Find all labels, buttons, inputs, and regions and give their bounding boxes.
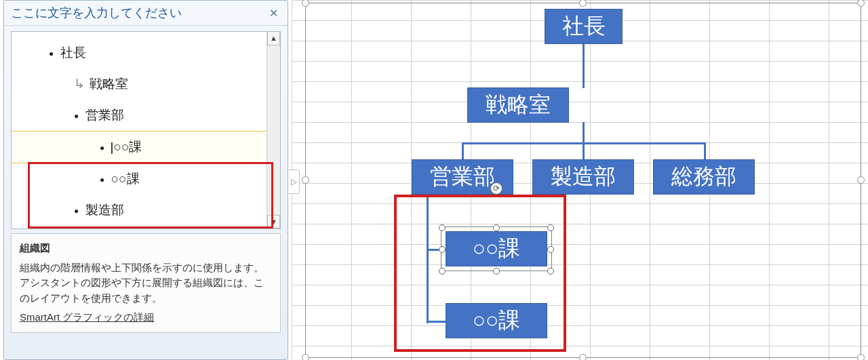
connector (583, 122, 585, 142)
scroll-up-icon[interactable]: ▲ (267, 32, 280, 45)
shape-handle[interactable] (547, 246, 554, 253)
shape-handle[interactable] (547, 268, 554, 275)
frame-handle[interactable] (302, 0, 309, 7)
outline-item-section2[interactable]: ○○課 (12, 163, 280, 195)
frame-handle[interactable] (302, 176, 309, 184)
node-strategy[interactable]: 戦略室 (467, 87, 569, 123)
text-pane-title: ここに文字を入力してください (11, 5, 182, 21)
connector (427, 195, 429, 323)
smartart-text-pane: ここに文字を入力してください ✕ 社長 戦略室 営業部 ○○課 ○○課 製造部 … (3, 0, 288, 360)
outline-item-mfg[interactable]: 製造部 (12, 195, 280, 226)
outline-item-section1[interactable]: ○○課 (12, 131, 280, 163)
shape-handle[interactable] (439, 246, 446, 253)
frame-handle[interactable] (579, 0, 587, 7)
connector (704, 142, 706, 159)
connector (427, 321, 446, 323)
description-panel: 組織図 組織内の階層情報や上下関係を示すのに使用します。アシスタントの図形や下方… (11, 233, 281, 333)
outline-item-president[interactable]: 社長 (12, 37, 280, 68)
outline-list[interactable]: 社長 戦略室 営業部 ○○課 ○○課 製造部 ▲ ▼ (11, 31, 281, 229)
frame-handle[interactable] (302, 354, 309, 360)
smartart-details-link[interactable]: SmartArt グラフィックの詳細 (20, 310, 154, 325)
node-section2[interactable]: ○○課 (446, 303, 547, 338)
frame-handle[interactable] (857, 354, 865, 360)
scrollbar[interactable]: ▲ ▼ (267, 32, 280, 228)
connector (583, 142, 585, 159)
connector (583, 44, 585, 88)
node-president[interactable]: 社長 (545, 9, 623, 44)
rotate-handle-icon[interactable]: ⟳ (490, 182, 502, 195)
node-mfg[interactable]: 製造部 (532, 159, 634, 195)
shape-handle[interactable] (547, 224, 554, 231)
outline-item-sales[interactable]: 営業部 (12, 100, 280, 131)
frame-handle[interactable] (579, 354, 587, 360)
scroll-down-icon[interactable]: ▼ (267, 215, 280, 228)
frame-handle[interactable] (857, 176, 865, 184)
description-body: 組織内の階層情報や上下関係を示すのに使用します。アシスタントの図形や下方に展開す… (20, 260, 272, 306)
connector (462, 142, 464, 159)
smartart-canvas[interactable]: 社長 戦略室 営業部 製造部 総務部 ○○課 ⟳ ○○課 (305, 3, 861, 358)
expand-tab-icon[interactable]: ▷ (289, 169, 300, 194)
shape-handle[interactable] (493, 224, 500, 231)
shape-handle[interactable] (439, 224, 446, 231)
close-icon[interactable]: ✕ (267, 7, 281, 20)
text-pane-header: ここに文字を入力してください ✕ (4, 1, 288, 26)
shape-handle[interactable] (439, 268, 446, 275)
node-general[interactable]: 総務部 (653, 159, 755, 195)
description-heading: 組織図 (20, 241, 272, 256)
outline-item-strategy[interactable]: 戦略室 (12, 68, 280, 100)
node-section1[interactable]: ○○課 (446, 231, 547, 266)
shape-handle[interactable] (493, 268, 500, 275)
